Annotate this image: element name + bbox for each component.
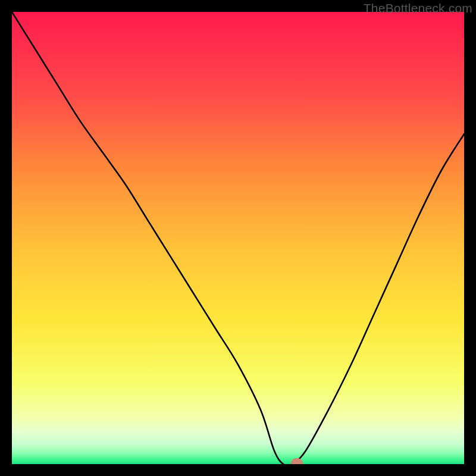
optimal-point-marker: [291, 458, 303, 464]
watermark-text: TheBottleneck.com: [364, 1, 472, 15]
chart-container: TheBottleneck.com: [0, 0, 476, 476]
bottleneck-curve: [12, 12, 464, 464]
plot-area: [12, 12, 464, 464]
